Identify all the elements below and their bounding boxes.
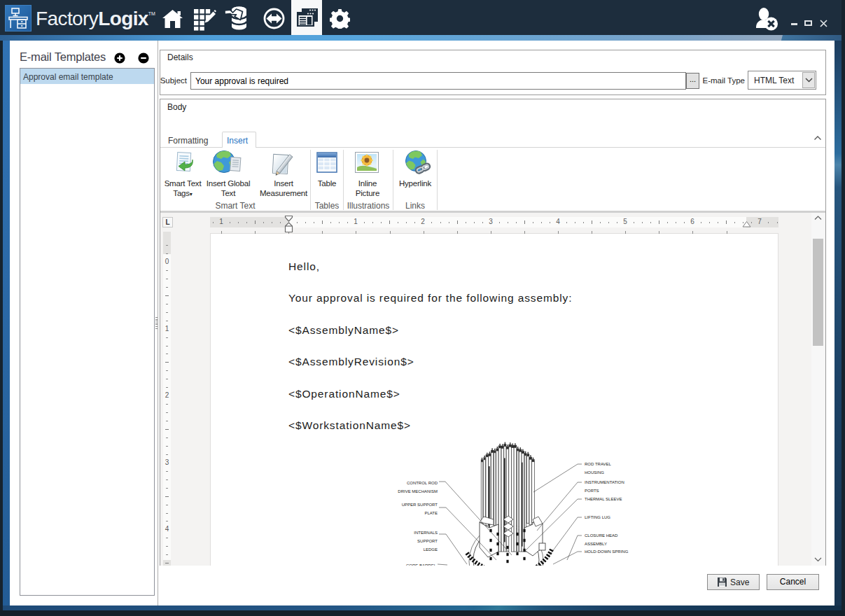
svg-text:CLOSURE HEAD: CLOSURE HEAD xyxy=(585,533,618,538)
svg-text:HOUSING: HOUSING xyxy=(585,470,604,475)
svg-text:CONTROL ROD: CONTROL ROD xyxy=(407,481,438,485)
svg-text:PORTS: PORTS xyxy=(585,489,599,493)
svg-text:UPPER SUPPORT: UPPER SUPPORT xyxy=(402,503,438,507)
svg-text:LIFTING LUG: LIFTING LUG xyxy=(585,515,610,519)
svg-text:INSTRUMENTATION: INSTRUMENTATION xyxy=(585,480,624,484)
svg-text:ROD TRAVEL: ROD TRAVEL xyxy=(585,462,611,466)
svg-text:THERMAL SLEEVE: THERMAL SLEEVE xyxy=(585,497,622,501)
svg-text:CORE BARREL: CORE BARREL xyxy=(406,564,437,566)
svg-text:LEDGE: LEDGE xyxy=(424,547,438,552)
svg-text:HOLD-DOWN SPRING: HOLD-DOWN SPRING xyxy=(585,550,629,554)
svg-text:INTERNALS: INTERNALS xyxy=(414,531,438,535)
svg-text:DRIVE MECHANISM: DRIVE MECHANISM xyxy=(398,489,438,493)
svg-text:PLATE: PLATE xyxy=(424,511,438,515)
svg-text:SUPPORT: SUPPORT xyxy=(417,539,438,543)
svg-text:ASSEMBLY: ASSEMBLY xyxy=(585,542,607,546)
